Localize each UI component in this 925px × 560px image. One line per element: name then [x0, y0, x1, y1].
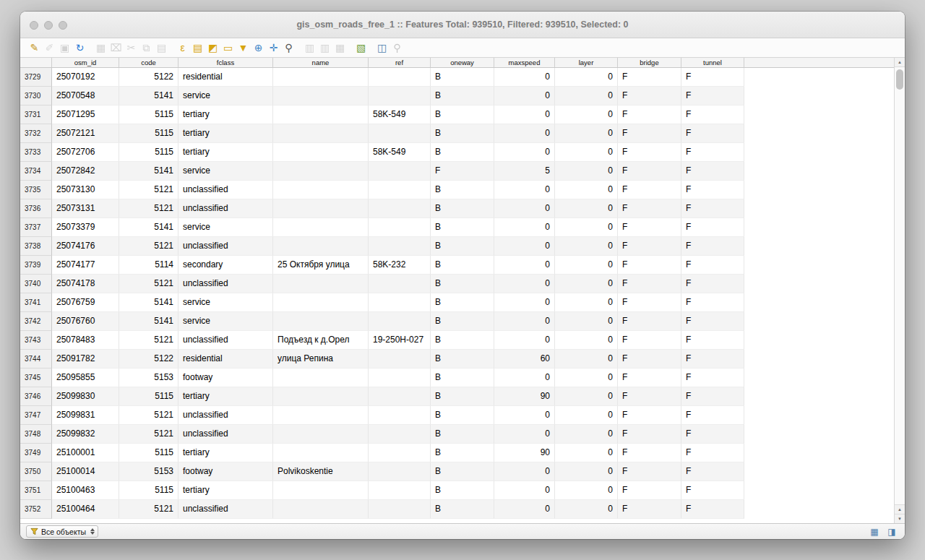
row-number[interactable]: 3749 — [20, 444, 52, 462]
cell-bridge[interactable]: F — [618, 237, 681, 256]
cell-code[interactable]: 5122 — [119, 68, 178, 87]
cell-code[interactable]: 5115 — [119, 387, 178, 406]
cell-code[interactable]: 5141 — [119, 87, 178, 105]
cell-oneway[interactable]: B — [431, 444, 494, 462]
cell-layer[interactable]: 0 — [555, 331, 618, 350]
table-view-button[interactable]: ▦ — [867, 526, 882, 538]
cell-osm_id[interactable]: 25074176 — [52, 237, 119, 256]
pan-to-selection-icon[interactable]: ✛ — [266, 40, 281, 56]
cell-osm_id[interactable]: 25100014 — [52, 462, 119, 481]
cell-osm_id[interactable]: 25076760 — [52, 312, 119, 331]
cell-ref[interactable] — [369, 444, 431, 462]
zoom-to-selection-icon[interactable]: ⊕ — [251, 40, 266, 56]
cell-code[interactable]: 5121 — [119, 425, 178, 444]
cell-tunnel[interactable]: F — [681, 331, 744, 350]
cell-tunnel[interactable]: F — [681, 162, 744, 181]
cell-bridge[interactable]: F — [618, 143, 681, 162]
cell-bridge[interactable]: F — [618, 293, 681, 312]
cell-fclass[interactable]: service — [178, 312, 273, 331]
cell-layer[interactable]: 0 — [555, 143, 618, 162]
cell-oneway[interactable]: B — [431, 218, 494, 237]
cell-bridge[interactable]: F — [618, 162, 681, 181]
cell-ref[interactable] — [369, 500, 431, 519]
cell-oneway[interactable]: B — [431, 369, 494, 387]
cell-code[interactable]: 5121 — [119, 181, 178, 199]
cell-layer[interactable]: 0 — [555, 218, 618, 237]
cell-oneway[interactable]: B — [431, 124, 494, 143]
cell-name[interactable] — [273, 218, 369, 237]
row-number[interactable]: 3735 — [20, 181, 52, 199]
cell-layer[interactable]: 0 — [555, 275, 618, 293]
cell-ref[interactable] — [369, 162, 431, 181]
cell-bridge[interactable]: F — [618, 312, 681, 331]
row-number[interactable]: 3742 — [20, 312, 52, 331]
cell-name[interactable] — [273, 105, 369, 124]
cell-osm_id[interactable]: 25073379 — [52, 218, 119, 237]
cell-bridge[interactable]: F — [618, 425, 681, 444]
column-header-code[interactable]: code — [119, 58, 178, 67]
cell-osm_id[interactable]: 25100001 — [52, 444, 119, 462]
scroll-down-icon[interactable]: ▼ — [895, 514, 905, 523]
cell-code[interactable]: 5121 — [119, 500, 178, 519]
row-number[interactable]: 3730 — [20, 87, 52, 105]
cell-tunnel[interactable]: F — [681, 425, 744, 444]
cell-fclass[interactable]: unclassified — [178, 237, 273, 256]
row-number[interactable]: 3734 — [20, 162, 52, 181]
cell-oneway[interactable]: B — [431, 481, 494, 500]
cell-osm_id[interactable]: 25072842 — [52, 162, 119, 181]
cell-osm_id[interactable]: 25074177 — [52, 256, 119, 275]
cell-maxspeed[interactable]: 60 — [494, 350, 555, 369]
row-number[interactable]: 3745 — [20, 369, 52, 387]
cell-maxspeed[interactable]: 0 — [494, 218, 555, 237]
select-by-expression-icon[interactable]: ε — [175, 40, 190, 56]
cell-ref[interactable] — [369, 124, 431, 143]
cell-osm_id[interactable]: 25076759 — [52, 293, 119, 312]
cell-ref[interactable] — [369, 425, 431, 444]
cell-tunnel[interactable]: F — [681, 293, 744, 312]
cell-code[interactable]: 5121 — [119, 275, 178, 293]
cell-fclass[interactable]: tertiary — [178, 143, 273, 162]
row-number[interactable]: 3737 — [20, 218, 52, 237]
cell-maxspeed[interactable]: 0 — [494, 369, 555, 387]
cell-name[interactable] — [273, 500, 369, 519]
cell-maxspeed[interactable]: 0 — [494, 331, 555, 350]
cell-name[interactable] — [273, 387, 369, 406]
cell-fclass[interactable]: residential — [178, 350, 273, 369]
cell-tunnel[interactable]: F — [681, 444, 744, 462]
cell-bridge[interactable]: F — [618, 199, 681, 218]
cell-layer[interactable]: 0 — [555, 500, 618, 519]
cell-code[interactable]: 5114 — [119, 256, 178, 275]
cell-maxspeed[interactable]: 0 — [494, 462, 555, 481]
cell-layer[interactable]: 0 — [555, 162, 618, 181]
cell-name[interactable]: Polvikoskentie — [273, 462, 369, 481]
cell-name[interactable] — [273, 481, 369, 500]
cell-tunnel[interactable]: F — [681, 143, 744, 162]
cell-osm_id[interactable]: 25099831 — [52, 406, 119, 425]
row-number[interactable]: 3748 — [20, 425, 52, 444]
cell-bridge[interactable]: F — [618, 387, 681, 406]
form-view-button[interactable]: ◨ — [885, 526, 899, 538]
cell-oneway[interactable]: B — [431, 105, 494, 124]
cell-fclass[interactable]: unclassified — [178, 331, 273, 350]
cell-maxspeed[interactable]: 0 — [494, 87, 555, 105]
cell-oneway[interactable]: B — [431, 350, 494, 369]
cell-maxspeed[interactable]: 90 — [494, 444, 555, 462]
cell-layer[interactable]: 0 — [555, 481, 618, 500]
cell-maxspeed[interactable]: 0 — [494, 406, 555, 425]
cell-tunnel[interactable]: F — [681, 500, 744, 519]
cell-fclass[interactable]: secondary — [178, 256, 273, 275]
cell-code[interactable]: 5121 — [119, 331, 178, 350]
column-header-fclass[interactable]: fclass — [178, 58, 273, 67]
cell-maxspeed[interactable]: 5 — [494, 162, 555, 181]
cell-fclass[interactable]: unclassified — [178, 425, 273, 444]
cell-name[interactable] — [273, 199, 369, 218]
cell-bridge[interactable]: F — [618, 462, 681, 481]
cell-ref[interactable] — [369, 350, 431, 369]
cell-layer[interactable]: 0 — [555, 444, 618, 462]
cell-code[interactable]: 5121 — [119, 237, 178, 256]
flash-features-icon[interactable]: ⚲ — [281, 40, 296, 56]
cell-osm_id[interactable]: 25095855 — [52, 369, 119, 387]
row-number[interactable]: 3729 — [20, 68, 52, 87]
column-header-osm_id[interactable]: osm_id — [52, 58, 119, 67]
cell-layer[interactable]: 0 — [555, 199, 618, 218]
